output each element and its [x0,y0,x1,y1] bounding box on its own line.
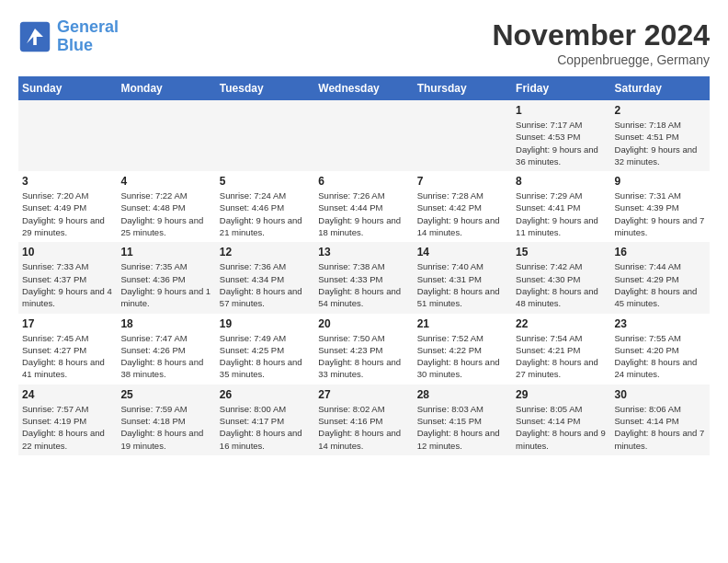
calendar-cell: 8Sunrise: 7:29 AM Sunset: 4:41 PM Daylig… [512,171,610,242]
day-number: 16 [615,246,706,259]
day-info: Sunrise: 7:28 AM Sunset: 4:42 PM Dayligh… [417,190,508,238]
weekday-header-wednesday: Wednesday [314,76,413,100]
day-number: 3 [22,175,113,188]
weekday-header-friday: Friday [512,76,610,100]
day-info: Sunrise: 7:54 AM Sunset: 4:21 PM Dayligh… [516,332,607,381]
day-number: 12 [220,246,311,259]
calendar-cell: 20Sunrise: 7:50 AM Sunset: 4:23 PM Dayli… [314,314,413,385]
day-info: Sunrise: 7:59 AM Sunset: 4:18 PM Dayligh… [120,403,211,452]
calendar-cell [414,100,512,171]
day-info: Sunrise: 7:24 AM Sunset: 4:46 PM Dayligh… [220,190,311,238]
day-info: Sunrise: 7:55 AM Sunset: 4:20 PM Dayligh… [615,332,706,381]
calendar-cell [314,100,413,171]
day-info: Sunrise: 7:52 AM Sunset: 4:22 PM Dayligh… [417,332,508,381]
day-number: 9 [615,175,706,188]
calendar-cell [18,100,117,171]
day-number: 17 [22,317,113,330]
day-number: 2 [615,104,706,117]
day-number: 26 [220,388,311,401]
title-block: November 2024 Coppenbruegge, Germany [492,18,710,67]
day-info: Sunrise: 8:03 AM Sunset: 4:15 PM Dayligh… [417,403,508,452]
calendar-cell: 9Sunrise: 7:31 AM Sunset: 4:39 PM Daylig… [611,171,710,242]
day-info: Sunrise: 7:44 AM Sunset: 4:29 PM Dayligh… [615,260,706,309]
week-row-3: 10Sunrise: 7:33 AM Sunset: 4:37 PM Dayli… [18,242,710,313]
calendar-cell: 21Sunrise: 7:52 AM Sunset: 4:22 PM Dayli… [414,314,512,385]
calendar-cell: 16Sunrise: 7:44 AM Sunset: 4:29 PM Dayli… [611,242,710,313]
calendar-cell: 18Sunrise: 7:47 AM Sunset: 4:26 PM Dayli… [117,314,215,385]
day-number: 5 [220,175,311,188]
day-number: 21 [417,317,508,330]
day-info: Sunrise: 7:20 AM Sunset: 4:49 PM Dayligh… [22,190,113,238]
calendar-cell: 26Sunrise: 8:00 AM Sunset: 4:17 PM Dayli… [216,385,314,455]
calendar-cell: 6Sunrise: 7:26 AM Sunset: 4:44 PM Daylig… [314,171,413,242]
day-info: Sunrise: 7:35 AM Sunset: 4:36 PM Dayligh… [120,260,211,309]
logo: General Blue [18,18,119,55]
day-number: 1 [516,104,607,117]
day-info: Sunrise: 7:38 AM Sunset: 4:33 PM Dayligh… [318,260,409,309]
day-number: 22 [516,317,607,330]
day-number: 14 [417,246,508,259]
day-number: 6 [318,175,409,188]
logo-general: General [57,17,119,36]
calendar-cell: 3Sunrise: 7:20 AM Sunset: 4:49 PM Daylig… [18,171,117,242]
day-info: Sunrise: 7:22 AM Sunset: 4:48 PM Dayligh… [120,190,211,238]
day-number: 24 [22,388,113,401]
day-number: 8 [516,175,607,188]
day-info: Sunrise: 7:29 AM Sunset: 4:41 PM Dayligh… [516,190,607,238]
week-row-5: 24Sunrise: 7:57 AM Sunset: 4:19 PM Dayli… [18,385,710,455]
weekday-header-sunday: Sunday [18,76,117,100]
calendar-cell: 23Sunrise: 7:55 AM Sunset: 4:20 PM Dayli… [611,314,710,385]
day-number: 25 [120,388,211,401]
calendar-cell: 30Sunrise: 8:06 AM Sunset: 4:14 PM Dayli… [611,385,710,455]
day-info: Sunrise: 8:02 AM Sunset: 4:16 PM Dayligh… [318,403,409,452]
weekday-header-row: SundayMondayTuesdayWednesdayThursdayFrid… [18,76,710,100]
calendar-cell: 11Sunrise: 7:35 AM Sunset: 4:36 PM Dayli… [117,242,215,313]
day-info: Sunrise: 7:45 AM Sunset: 4:27 PM Dayligh… [22,332,113,381]
day-info: Sunrise: 7:26 AM Sunset: 4:44 PM Dayligh… [318,190,409,238]
day-info: Sunrise: 8:00 AM Sunset: 4:17 PM Dayligh… [220,403,311,452]
day-info: Sunrise: 8:05 AM Sunset: 4:14 PM Dayligh… [516,403,607,452]
day-number: 28 [417,388,508,401]
day-info: Sunrise: 7:17 AM Sunset: 4:53 PM Dayligh… [516,119,607,167]
day-number: 18 [120,317,211,330]
day-number: 13 [318,246,409,259]
calendar-table: SundayMondayTuesdayWednesdayThursdayFrid… [18,76,710,455]
day-info: Sunrise: 7:49 AM Sunset: 4:25 PM Dayligh… [220,332,311,381]
weekday-header-saturday: Saturday [611,76,710,100]
day-info: Sunrise: 8:06 AM Sunset: 4:14 PM Dayligh… [615,403,706,452]
calendar-cell: 13Sunrise: 7:38 AM Sunset: 4:33 PM Dayli… [314,242,413,313]
calendar-cell: 12Sunrise: 7:36 AM Sunset: 4:34 PM Dayli… [216,242,314,313]
calendar-cell: 22Sunrise: 7:54 AM Sunset: 4:21 PM Dayli… [512,314,610,385]
location: Coppenbruegge, Germany [492,52,710,67]
calendar-cell: 7Sunrise: 7:28 AM Sunset: 4:42 PM Daylig… [414,171,512,242]
day-info: Sunrise: 7:18 AM Sunset: 4:51 PM Dayligh… [615,119,706,167]
day-info: Sunrise: 7:40 AM Sunset: 4:31 PM Dayligh… [417,260,508,309]
weekday-header-thursday: Thursday [414,76,512,100]
day-info: Sunrise: 7:36 AM Sunset: 4:34 PM Dayligh… [220,260,311,309]
calendar-cell: 28Sunrise: 8:03 AM Sunset: 4:15 PM Dayli… [414,385,512,455]
weekday-header-monday: Monday [117,76,215,100]
calendar-cell: 27Sunrise: 8:02 AM Sunset: 4:16 PM Dayli… [314,385,413,455]
page-header: General Blue November 2024 Coppenbruegge… [18,18,710,67]
calendar-cell: 10Sunrise: 7:33 AM Sunset: 4:37 PM Dayli… [18,242,117,313]
day-info: Sunrise: 7:33 AM Sunset: 4:37 PM Dayligh… [22,260,113,309]
calendar-cell: 4Sunrise: 7:22 AM Sunset: 4:48 PM Daylig… [117,171,215,242]
day-info: Sunrise: 7:47 AM Sunset: 4:26 PM Dayligh… [120,332,211,381]
calendar-cell: 2Sunrise: 7:18 AM Sunset: 4:51 PM Daylig… [611,100,710,171]
day-number: 15 [516,246,607,259]
day-number: 7 [417,175,508,188]
calendar-cell: 17Sunrise: 7:45 AM Sunset: 4:27 PM Dayli… [18,314,117,385]
calendar-cell: 24Sunrise: 7:57 AM Sunset: 4:19 PM Dayli… [18,385,117,455]
calendar-cell: 1Sunrise: 7:17 AM Sunset: 4:53 PM Daylig… [512,100,610,171]
calendar-cell: 25Sunrise: 7:59 AM Sunset: 4:18 PM Dayli… [117,385,215,455]
weekday-header-tuesday: Tuesday [216,76,314,100]
day-number: 11 [120,246,211,259]
day-number: 19 [220,317,311,330]
day-info: Sunrise: 7:57 AM Sunset: 4:19 PM Dayligh… [22,403,113,452]
calendar-cell: 5Sunrise: 7:24 AM Sunset: 4:46 PM Daylig… [216,171,314,242]
day-number: 4 [120,175,211,188]
week-row-4: 17Sunrise: 7:45 AM Sunset: 4:27 PM Dayli… [18,314,710,385]
calendar-cell [117,100,215,171]
day-number: 29 [516,388,607,401]
day-number: 20 [318,317,409,330]
